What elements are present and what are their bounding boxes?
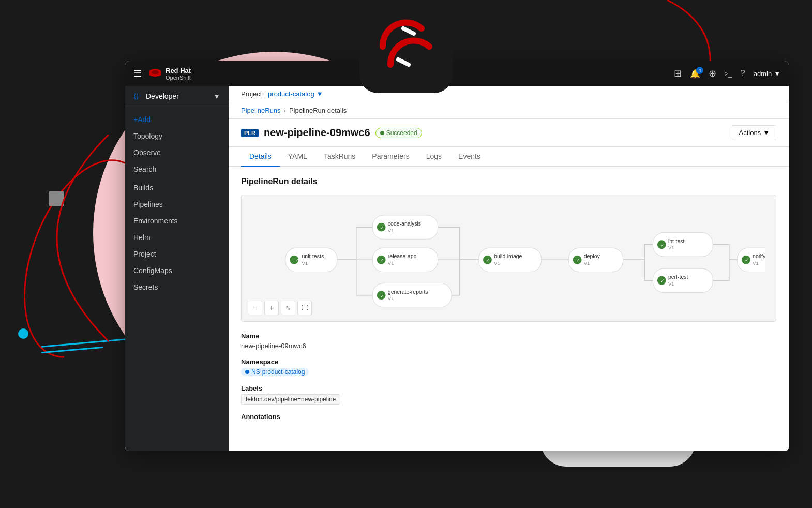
- context-icon: ⟨⟩: [133, 92, 139, 100]
- fit-button[interactable]: ⤡: [281, 301, 295, 315]
- ns-name: product-catalog: [262, 368, 305, 376]
- tab-details[interactable]: Details: [241, 147, 280, 167]
- page-title: new-pipeline-09mwc6: [264, 127, 370, 139]
- hamburger-menu[interactable]: ☰: [133, 68, 142, 79]
- page-header-left: PLR new-pipeline-09mwc6 Succeeded: [241, 127, 422, 139]
- status-label: Succeeded: [386, 129, 417, 137]
- svg-text:✓: ✓: [660, 242, 665, 248]
- sidebar-item-helm[interactable]: Helm: [125, 229, 229, 246]
- svg-text:notify-slack: notify-slack: [753, 253, 765, 259]
- pipeline-controls: − + ⤡ ⛶: [248, 301, 312, 315]
- project-label: Project: [133, 250, 156, 258]
- notification-badge: 4: [696, 67, 703, 74]
- tab-taskruns[interactable]: TaskRuns: [315, 147, 364, 167]
- bg-red-arc-left: [16, 135, 129, 352]
- tab-parameters[interactable]: Parameters: [364, 147, 417, 167]
- svg-text:V1: V1: [494, 260, 500, 266]
- topology-label: Topology: [133, 132, 162, 140]
- notification-icon[interactable]: 🔔 4: [690, 69, 700, 79]
- tab-events[interactable]: Events: [450, 147, 489, 167]
- svg-text:✓: ✓: [745, 257, 749, 263]
- sidebar-item-search[interactable]: Search: [125, 161, 229, 177]
- detail-namespace-row: Namespace NS product-catalog: [241, 358, 776, 376]
- svg-text:code-analysis: code-analysis: [388, 220, 421, 227]
- name-label: Name: [241, 332, 776, 340]
- detail-annotations-row: Annotations: [241, 413, 776, 421]
- section-title: PipelineRun details: [241, 177, 776, 186]
- breadcrumb: PipelineRuns › PipelineRun details: [229, 102, 789, 119]
- svg-text:generate-reports: generate-reports: [388, 289, 428, 295]
- svg-text:✓: ✓: [576, 257, 580, 263]
- apps-icon[interactable]: ⊞: [674, 68, 682, 79]
- brand-name: Red Hat: [166, 67, 191, 74]
- sidebar-item-topology[interactable]: Topology: [125, 128, 229, 144]
- svg-text:V1: V1: [388, 228, 394, 233]
- svg-text:perf-test: perf-test: [668, 274, 688, 280]
- ns-dot: [245, 370, 249, 374]
- label-tag: tekton.dev/pipeline=new-pipeline: [241, 394, 340, 405]
- zoom-in-button[interactable]: +: [264, 301, 279, 315]
- tab-yaml[interactable]: YAML: [280, 147, 315, 167]
- builds-label: Builds: [133, 184, 153, 192]
- sidebar-item-observe[interactable]: Observe: [125, 144, 229, 161]
- openshift-logo: [359, 0, 453, 93]
- svg-point-4: [152, 70, 159, 74]
- labels-label: Labels: [241, 384, 776, 392]
- detail-labels-row: Labels tekton.dev/pipeline=new-pipeline: [241, 384, 776, 405]
- help-icon[interactable]: ?: [741, 69, 745, 78]
- svg-text:✓: ✓: [380, 225, 384, 230]
- topbar-icons: ⊞ 🔔 4 ⊕ >_ ? admin ▼: [674, 68, 780, 79]
- svg-text:release-app: release-app: [388, 253, 417, 259]
- svg-text:build-image: build-image: [494, 253, 522, 259]
- brand-subtitle: OpenShift: [166, 74, 191, 81]
- project-chevron: ▼: [317, 90, 323, 98]
- add-item-label: +Add: [133, 115, 151, 124]
- tab-logs[interactable]: Logs: [418, 147, 450, 167]
- project-selector: Project: product-catalog ▼: [229, 86, 789, 102]
- context-label: Developer: [146, 92, 179, 100]
- admin-label: admin: [754, 70, 772, 78]
- page-header: PLR new-pipeline-09mwc6 Succeeded Action…: [229, 119, 789, 147]
- zoom-out-button[interactable]: −: [248, 301, 262, 315]
- context-switcher[interactable]: ⟨⟩ Developer ▼: [125, 86, 229, 107]
- name-value: new-pipeline-09mwc6: [241, 342, 776, 350]
- browser-window: ☰ Red Hat OpenShift ⊞ 🔔 4: [125, 61, 789, 451]
- svg-text:V1: V1: [388, 260, 394, 266]
- configmaps-label: ConfigMaps: [133, 266, 172, 275]
- content-body: PipelineRun details: [229, 167, 789, 451]
- redhat-logo: Red Hat OpenShift: [148, 67, 191, 81]
- breadcrumb-parent[interactable]: PipelineRuns: [241, 107, 281, 114]
- fullscreen-button[interactable]: ⛶: [297, 301, 312, 315]
- breadcrumb-separator: ›: [284, 107, 286, 114]
- add-icon[interactable]: ⊕: [709, 68, 716, 79]
- tabs-bar: Details YAML TaskRuns Parameters Logs Ev…: [229, 147, 789, 167]
- sidebar-item-configmaps[interactable]: ConfigMaps: [125, 262, 229, 279]
- sidebar-item-secrets[interactable]: Secrets: [125, 279, 229, 295]
- actions-button[interactable]: Actions ▼: [732, 125, 776, 140]
- terminal-icon[interactable]: >_: [725, 70, 732, 78]
- labels-value: tekton.dev/pipeline=new-pipeline: [241, 394, 776, 405]
- plr-badge: PLR: [241, 129, 259, 137]
- sidebar-item-project[interactable]: Project: [125, 246, 229, 262]
- namespace-badge[interactable]: NS product-catalog: [241, 368, 309, 376]
- svg-text:V1: V1: [388, 295, 394, 301]
- sidebar-item-add[interactable]: +Add: [125, 111, 229, 128]
- admin-dropdown[interactable]: admin ▼: [754, 70, 780, 78]
- project-dropdown[interactable]: product-catalog ▼: [268, 90, 323, 98]
- sidebar-item-environments[interactable]: Environments: [125, 213, 229, 229]
- pipeline-canvas: ✓ unit-tests V1 ✓ code-analysis V1 ✓: [241, 195, 776, 322]
- pipelines-label: Pipelines: [133, 200, 163, 208]
- sidebar-item-pipelines[interactable]: Pipelines: [125, 196, 229, 213]
- helm-label: Helm: [133, 233, 151, 242]
- svg-text:V1: V1: [302, 260, 308, 266]
- details-section: Name new-pipeline-09mwc6 Namespace NS pr…: [241, 332, 776, 421]
- detail-name-row: Name new-pipeline-09mwc6: [241, 332, 776, 350]
- svg-text:int-test: int-test: [668, 238, 685, 244]
- svg-text:deploy: deploy: [584, 253, 600, 259]
- search-label: Search: [133, 165, 156, 173]
- status-badge: Succeeded: [375, 128, 422, 138]
- sidebar-nav: +Add Topology Observe Search Builds Pipe…: [125, 107, 229, 300]
- svg-text:unit-tests: unit-tests: [302, 253, 324, 259]
- content-panel: Project: product-catalog ▼ PipelineRuns …: [229, 86, 789, 451]
- svg-text:✓: ✓: [380, 257, 384, 263]
